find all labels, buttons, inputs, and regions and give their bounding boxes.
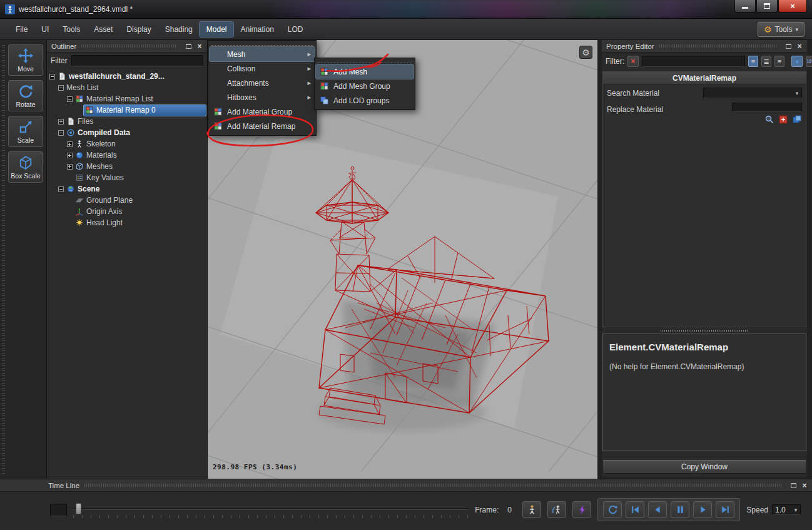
pose-tool-button[interactable]	[522, 501, 541, 518]
outliner-filter-input[interactable]	[71, 55, 203, 66]
float-panel-button[interactable]	[788, 481, 798, 490]
paste-material-icon[interactable]	[792, 115, 802, 125]
tree-item-ground-plane[interactable]: Ground Plane	[47, 195, 207, 206]
play-button[interactable]	[693, 501, 712, 518]
preview-sphere-button[interactable]: ●	[791, 56, 803, 67]
add-lod-groups-icon	[320, 96, 329, 105]
viewport-settings-button[interactable]: ⚙	[579, 46, 592, 59]
expander-icon[interactable]	[67, 141, 73, 147]
menu-item-add-mesh[interactable]: Add Mesh	[316, 64, 414, 79]
outliner-title: Outliner	[51, 43, 76, 50]
menu-item-add-material-remap[interactable]: Add Material Remap	[210, 119, 315, 133]
pause-button[interactable]	[671, 501, 689, 518]
tree-item-head-light[interactable]: Head Light	[47, 217, 207, 228]
close-panel-button[interactable]: ×	[799, 481, 809, 490]
tree-item-root[interactable]: westfallchurch_stand_29...	[47, 71, 207, 82]
remove-material-icon[interactable]	[778, 115, 788, 125]
menu-asset[interactable]: Asset	[87, 22, 119, 37]
close-icon: ×	[197, 43, 201, 50]
minimize-button[interactable]	[734, 0, 756, 13]
menu-display[interactable]: Display	[119, 22, 158, 37]
tree-item-origin-axis[interactable]: Origin Axis	[47, 206, 207, 217]
timeline-titlebar[interactable]: Time Line ×	[0, 479, 812, 492]
expander-icon[interactable]	[67, 164, 73, 170]
tree-item-files[interactable]: Files	[47, 116, 207, 127]
menu-shading[interactable]: Shading	[158, 22, 200, 37]
list-view-button[interactable]: ≡	[748, 56, 758, 67]
copy-window-button[interactable]: Copy Window	[602, 460, 806, 474]
panel-splitter[interactable]	[602, 327, 807, 334]
search-material-icon[interactable]	[764, 115, 774, 125]
expander-icon[interactable]	[67, 96, 73, 102]
menu-model[interactable]: Model	[200, 22, 234, 37]
rotate-tool-button[interactable]: Rotate	[8, 80, 43, 111]
go-to-end-button[interactable]	[716, 501, 734, 518]
menu-item-add-lod-groups[interactable]: Add LOD groups	[316, 93, 414, 108]
tree-item-meshes[interactable]: Meshes	[47, 161, 207, 172]
tree-item-mesh-list[interactable]: Mesh List	[47, 82, 207, 93]
tools-dropdown-button[interactable]: ⚙ Tools ▾	[758, 22, 804, 37]
close-window-button[interactable]: ×	[778, 0, 807, 13]
menu-item-hitboxes[interactable]: Hitboxes ▸	[210, 90, 315, 104]
tree-item-material-remap-0[interactable]: Material Remap 0	[47, 104, 207, 116]
outliner-filter-label: Filter	[51, 56, 68, 65]
menu-animation[interactable]: Animation	[233, 22, 280, 37]
go-to-start-button[interactable]	[626, 501, 644, 518]
replace-material-input[interactable]	[732, 103, 802, 112]
expander-icon[interactable]	[58, 119, 64, 125]
timeline-slider[interactable]	[73, 502, 469, 518]
menu-item-add-material-group[interactable]: Add Material Group	[210, 104, 315, 119]
menu-tools[interactable]: Tools	[56, 22, 87, 37]
frame-display[interactable]	[50, 504, 67, 516]
raw-data-button[interactable]: 1010	[806, 56, 812, 67]
close-panel-button[interactable]: ×	[794, 41, 804, 51]
maximize-button[interactable]	[756, 0, 778, 13]
expander-icon[interactable]	[49, 74, 55, 79]
tree-item-scene[interactable]: Scene	[47, 183, 207, 195]
close-panel-button[interactable]: ×	[195, 41, 205, 51]
skeleton-icon	[75, 140, 84, 148]
tree-item-material-remap-list[interactable]: Material Remap List	[47, 93, 207, 104]
fps-counter: 298.98 FPS (3.34ms)	[213, 463, 297, 471]
search-material-combo[interactable]: ▾	[703, 88, 802, 98]
expander-icon[interactable]	[67, 153, 73, 158]
tree-item-key-values[interactable]: Key Values	[47, 172, 207, 183]
float-panel-button[interactable]	[783, 41, 793, 51]
expander-icon[interactable]	[58, 130, 64, 136]
scale-tool-button[interactable]: Scale	[8, 116, 43, 147]
menu-file[interactable]: File	[9, 22, 34, 37]
move-tool-button[interactable]: Move	[8, 44, 43, 76]
menu-tearoff-handle[interactable]	[318, 59, 412, 63]
expander-icon[interactable]	[58, 186, 64, 192]
procedural-tool-button[interactable]	[572, 501, 591, 518]
menu-item-mesh[interactable]: Mesh ▸	[210, 47, 315, 61]
tree-view-button[interactable]: ≡	[774, 56, 784, 67]
tree-item-materials[interactable]: Materials	[47, 150, 207, 161]
float-panel-button[interactable]	[183, 41, 193, 51]
motion-tool-button[interactable]	[547, 501, 566, 518]
speed-combo[interactable]: 1.0 ▾	[772, 504, 801, 515]
property-editor-titlebar[interactable]: Property Editor ×	[602, 40, 807, 53]
detail-view-button[interactable]: ≣	[761, 56, 771, 67]
tree-item-skeleton[interactable]: Skeleton	[47, 138, 207, 150]
menu-item-add-mesh-group[interactable]: Add Mesh Group	[316, 79, 414, 93]
menu-item-collision[interactable]: Collision ▸	[210, 61, 315, 76]
box-scale-tool-button[interactable]: Box Scale	[8, 151, 43, 183]
clear-filter-button[interactable]: ×	[627, 56, 639, 67]
menu-tearoff-handle[interactable]	[211, 42, 313, 46]
selected-row-highlight[interactable]: Material Remap 0	[84, 105, 206, 116]
slider-groove[interactable]	[73, 508, 469, 510]
menu-lod[interactable]: LOD	[281, 22, 310, 37]
loop-button[interactable]	[603, 501, 622, 518]
frame-value: 0	[507, 506, 516, 514]
menu-ui[interactable]: UI	[34, 22, 56, 37]
key-values-icon	[75, 173, 84, 182]
outliner-titlebar[interactable]: Outliner ×	[47, 40, 207, 53]
menu-item-attachments[interactable]: Attachments ▸	[210, 76, 315, 90]
slider-handle[interactable]	[76, 503, 81, 514]
expander-icon[interactable]	[58, 85, 64, 91]
property-filter-input[interactable]	[642, 56, 745, 67]
window-titlebar[interactable]: westfallchurch_stand_2964.vmdl * ×	[0, 0, 812, 19]
tree-item-compiled-data[interactable]: Compiled Data	[47, 127, 207, 138]
step-back-button[interactable]	[648, 501, 667, 518]
